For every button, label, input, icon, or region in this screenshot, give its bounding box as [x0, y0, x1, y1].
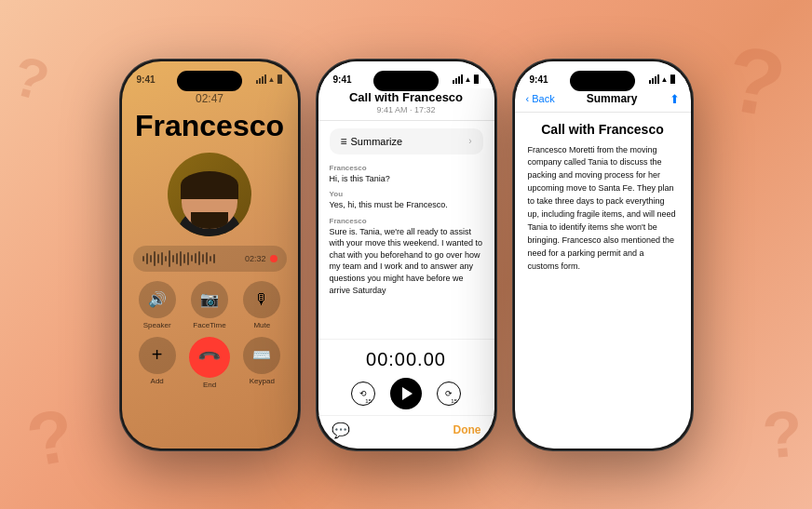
speaker-text-1: Hi, is this Tania?	[330, 173, 483, 185]
dynamic-island-1	[177, 71, 242, 91]
wifi-icon: ▲	[268, 75, 276, 84]
back-button[interactable]: ‹ Back	[526, 93, 555, 104]
playback-timer: 00:00.00	[318, 349, 494, 370]
waveform	[142, 250, 239, 267]
playback-section: 00:00.00 ⟲15 ⟳15	[318, 339, 494, 415]
facetime-label: FaceTime	[193, 321, 225, 329]
add-label: Add	[151, 377, 164, 385]
caller-name: Francesco	[122, 109, 298, 143]
phone2-status-icons: ▲ ▊	[453, 74, 480, 84]
wifi-icon-2: ▲	[465, 75, 472, 84]
phone-1-active-call: 9:41 ▲ ▊ 02:47 Francesco	[119, 59, 301, 451]
add-button[interactable]: +	[139, 337, 176, 374]
memoji	[172, 157, 247, 236]
phone1-status-icons: ▲ ▊	[256, 74, 283, 84]
playback-controls: ⟲15 ⟳15	[318, 378, 494, 409]
summarize-icon: ≡	[341, 135, 347, 148]
decorative-question-2: ?	[760, 395, 806, 473]
phone1-time: 9:41	[137, 74, 156, 85]
summary-nav-title: Summary	[587, 92, 638, 105]
speaker-label: Speaker	[143, 321, 171, 329]
summary-body: Francesco Moretti from the moving compan…	[528, 144, 678, 274]
decorative-question-3: ?	[7, 43, 56, 114]
recording-indicator	[270, 255, 277, 262]
phone2-screen: 9:41 ▲ ▊ Call with Francesco	[318, 61, 494, 449]
phone1-screen: 9:41 ▲ ▊ 02:47 Francesco	[122, 61, 298, 449]
done-button[interactable]: Done	[453, 423, 481, 436]
speaker-name-2: You	[330, 190, 483, 198]
wifi-icon-3: ▲	[661, 75, 669, 84]
facetime-button[interactable]: 📷	[191, 281, 228, 318]
speaker-text-3: Sure is. Tania, we're all ready to assis…	[330, 226, 483, 297]
transcript-subtitle: 9:41 AM · 17:32	[330, 105, 483, 114]
phones-container: 9:41 ▲ ▊ 02:47 Francesco	[119, 59, 694, 451]
speaker-control[interactable]: 🔊 Speaker	[135, 281, 180, 329]
avatar-area	[122, 153, 298, 236]
mute-button[interactable]: 🎙	[243, 281, 280, 318]
speaker-text-2: Yes, hi, this must be Francesco.	[330, 199, 483, 211]
mute-control[interactable]: 🎙 Mute	[239, 281, 284, 329]
mute-label: Mute	[253, 321, 270, 329]
keypad-label: Keypad	[250, 377, 275, 385]
end-call-button[interactable]: 📞	[181, 328, 238, 385]
facetime-control[interactable]: 📷 FaceTime	[187, 281, 232, 329]
decorative-question-4: ?	[20, 392, 80, 484]
play-icon	[402, 387, 413, 400]
summary-nav: ‹ Back Summary ⬆	[515, 88, 691, 113]
call-controls: 🔊 Speaker 📷 FaceTime 🎙 Mute + Add	[122, 277, 298, 393]
speaker-name-3: Francesco	[330, 217, 483, 225]
phone3-time: 9:41	[530, 74, 548, 85]
end-call-control[interactable]: 📞 End	[187, 337, 232, 389]
forward-button[interactable]: ⟳15	[437, 382, 461, 406]
transcript-entry-3: Francesco Sure is. Tania, we're all read…	[330, 217, 483, 297]
phone-3-summary: 9:41 ▲ ▊ ‹ Bac	[512, 59, 694, 451]
share-icon[interactable]: ⬆	[670, 92, 680, 106]
summary-content: Call with Francesco Francesco Moretti fr…	[515, 113, 691, 449]
transcript-title: Call with Francesco	[330, 90, 483, 104]
signal-icon-2	[453, 74, 463, 84]
phone2-footer: 💬 Done	[318, 415, 494, 449]
play-button[interactable]	[390, 378, 422, 409]
rewind-button[interactable]: ⟲15	[351, 382, 375, 406]
signal-icon	[256, 74, 266, 84]
summary-title: Call with Francesco	[528, 122, 678, 137]
decorative-question-1: ?	[718, 24, 792, 140]
phone2-time: 9:41	[333, 74, 352, 85]
call-duration: 02:47	[122, 92, 298, 105]
transcript-scroll: Francesco Hi, is this Tania? You Yes, hi…	[318, 158, 494, 339]
transcript-header: Call with Francesco 9:41 AM · 17:32	[318, 88, 494, 121]
phone-2-transcript: 9:41 ▲ ▊ Call with Francesco	[316, 59, 497, 451]
keypad-button[interactable]: ⌨️	[243, 337, 280, 374]
keypad-control[interactable]: ⌨️ Keypad	[239, 337, 284, 389]
summarize-label: Summarize	[351, 136, 403, 147]
transcript-entry-2: You Yes, hi, this must be Francesco.	[330, 190, 483, 211]
caller-avatar	[168, 153, 251, 236]
chevron-right-icon: ›	[468, 136, 471, 146]
summarize-content: ≡ Summarize	[341, 135, 403, 148]
dynamic-island-2	[373, 71, 439, 91]
battery-icon-2: ▊	[474, 75, 480, 84]
chevron-left-icon: ‹	[526, 93, 530, 104]
end-label: End	[203, 381, 216, 389]
message-icon[interactable]: 💬	[332, 422, 350, 439]
signal-icon-3	[649, 74, 659, 84]
speaker-name-1: Francesco	[330, 164, 483, 172]
battery-icon: ▊	[277, 75, 283, 84]
back-label: Back	[532, 93, 554, 104]
phone3-status-icons: ▲ ▊	[649, 74, 676, 84]
waveform-bar: 02:32	[133, 246, 287, 272]
summarize-row[interactable]: ≡ Summarize ›	[330, 128, 483, 154]
battery-icon-3: ▊	[670, 75, 676, 84]
transcript-entry-1: Francesco Hi, is this Tania?	[330, 164, 483, 185]
recording-time: 02:32	[245, 254, 266, 263]
dynamic-island-3	[570, 71, 635, 91]
phone3-screen: 9:41 ▲ ▊ ‹ Bac	[515, 61, 691, 449]
speaker-button[interactable]: 🔊	[139, 281, 176, 318]
add-control[interactable]: + Add	[135, 337, 180, 389]
